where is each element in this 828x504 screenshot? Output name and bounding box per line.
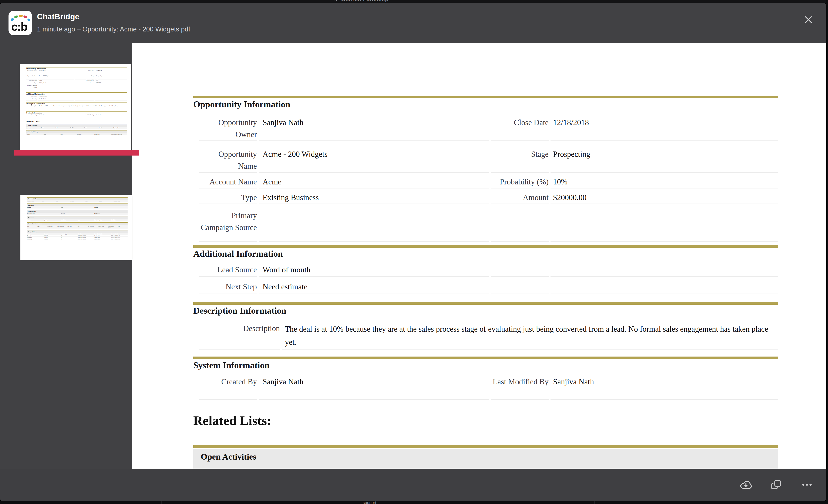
mini-column-header: Primary — [70, 200, 84, 202]
search-text: Search zdevelop — [341, 0, 388, 3]
background-app-right-edge — [826, 0, 828, 504]
mini-column-header: Last Modified Date/Time — [110, 133, 127, 135]
mini-column-header: Last Modified By — [94, 233, 111, 235]
field-value — [550, 259, 778, 277]
mini-label: Lead Source — [26, 95, 37, 98]
mini-field-row: Opportunity NameAcme - 200 WidgetsStageP… — [26, 75, 127, 80]
field-label: Account Name — [199, 173, 257, 188]
mini-label — [75, 85, 94, 91]
mini-label — [75, 95, 94, 98]
field-label: Amount — [491, 188, 549, 204]
field-label — [491, 259, 549, 277]
mini-field-row: Lead SourceWord of mouth — [26, 95, 127, 98]
field-label: Opportunity Name — [199, 141, 257, 173]
field-value: Existing Business — [259, 188, 489, 204]
mini-value: $20000.00 — [95, 82, 127, 85]
field-value: Acme — [259, 173, 489, 188]
mini-column-header: File Type — [67, 225, 77, 229]
field-value — [259, 204, 489, 242]
mini-label: Created By — [26, 114, 37, 117]
mini-value: Sanjiva Nath — [38, 70, 74, 75]
field-label: Primary Campaign Source — [199, 204, 257, 242]
mini-column-header: Due Date — [77, 133, 93, 135]
chatbridge-logo-icon: c:b — [8, 11, 32, 35]
field-value: Prospecting — [550, 141, 778, 173]
close-button[interactable] — [800, 12, 817, 28]
field-value: 12/18/2018 — [550, 109, 778, 141]
field-label: Description — [199, 316, 280, 350]
mini-column-header: Line Description — [94, 219, 111, 221]
section-4: System InformationCreated BySanjiva Nath… — [193, 357, 778, 359]
mini-section-title: Additional Information — [26, 93, 127, 95]
mini-field-row: DescriptionThe deal is at 10% because th… — [26, 105, 127, 110]
mini-label: Account Name — [26, 80, 37, 82]
mini-label: Probability (%) — [75, 80, 94, 82]
mini-cell: 10 — [60, 235, 77, 237]
mini-column-header: Task — [55, 127, 70, 129]
file-preview-modal: c:b ChatBridge 1 minute ago – Opportunit… — [0, 3, 826, 501]
mini-cell: 10 — [60, 238, 77, 240]
mini-list-title: Partners — [27, 204, 128, 207]
mini-value — [38, 85, 74, 91]
mini-list-columns: SubjectNameTaskDue DateStatusPriorityAss… — [26, 127, 127, 129]
mini-cell: 2020-11-01 02:56:35 — [111, 238, 128, 240]
mini-column-header: Probability (%) — [60, 233, 77, 235]
mini-section-title: System Information — [26, 111, 127, 114]
mini-value: 12/18/2018 — [95, 70, 127, 75]
copy-icon — [770, 478, 782, 491]
field-value: Sanjiva Nath — [550, 370, 778, 400]
section-3: Description InformationDescriptionThe de… — [193, 302, 778, 305]
mini-column-header: Size — [77, 225, 87, 229]
more-options-button[interactable] — [800, 478, 814, 492]
mini-section-title: Description Information — [26, 103, 127, 105]
mini-cell: 20000.00 — [44, 238, 60, 240]
download-button[interactable] — [739, 478, 753, 492]
mini-column-header: Type — [37, 225, 47, 229]
mini-label: Opportunity Owner — [26, 70, 37, 75]
field-label: Last Modified By — [491, 370, 549, 400]
mini-column-header: Date — [77, 219, 94, 221]
document-page-view[interactable]: Related Lists: Open Activities Opportuni… — [132, 43, 826, 471]
field-label: Lead Source — [199, 259, 257, 277]
mini-related-heading: Related Lists: — [26, 120, 127, 123]
mini-list-title: Competitors — [27, 210, 128, 213]
section-title: System Information — [193, 360, 270, 370]
mini-field-row: Account NameAcmeProbability (%)10% — [26, 80, 127, 82]
field-value: 10% — [550, 173, 778, 188]
section-1: Opportunity InformationOpportunity Owner… — [193, 96, 778, 98]
mini-cell: 20000.00 — [44, 237, 60, 238]
mini-list-columns: SubjectNameTaskDue DateAssigned ToLast M… — [26, 133, 127, 135]
field-label — [491, 277, 549, 293]
mini-value: Word of mouth — [38, 95, 74, 98]
mini-value: Sanjiva Nath — [95, 114, 127, 117]
search-bar[interactable]: Search zdevelop — [332, 0, 388, 3]
mini-field-row: TypeExisting BusinessAmount$20000.00 — [26, 82, 127, 85]
mini-column-header: Primary — [94, 207, 128, 209]
mini-field-row: Primary Campaign Source — [26, 85, 127, 91]
mini-cell: 2018-09-06 00:00:00 — [77, 235, 94, 237]
section-2: Additional InformationLead SourceWord of… — [193, 245, 778, 248]
mini-list-row: Prospecting20000.00102018-10-06 00:00:00… — [27, 238, 128, 240]
mini-value: Sanjiva Nath — [38, 114, 74, 117]
field-label — [491, 204, 549, 242]
logo-text: c:b — [11, 20, 27, 33]
mini-list-title: Products — [27, 217, 128, 219]
thumbnail-1-content: Opportunity InformationOpportunity Owner… — [20, 64, 131, 136]
gold-section-bar — [193, 245, 778, 248]
mini-column-header: Close Date — [77, 233, 94, 235]
mini-cell: 2018-10-06 00:00:00 — [77, 238, 94, 240]
background-app-top-bar: Search zdevelop — [0, 0, 828, 3]
related-lists-heading: Related Lists: — [193, 413, 271, 428]
thumbnail-page-1[interactable]: Opportunity InformationOpportunity Owner… — [20, 64, 131, 150]
mini-column-header: Competitor Name — [27, 213, 60, 215]
mini-label: Description — [26, 105, 37, 110]
mini-column-header: Product — [27, 219, 44, 221]
thumbnail-page-2[interactable]: Contact RolesContact NameRoleTitlePrimar… — [20, 195, 132, 260]
copy-button[interactable] — [769, 478, 783, 492]
mini-column-header: Role — [60, 207, 94, 209]
mini-list-row: Prospecting20000.00102018-10-06 00:00:00… — [27, 237, 128, 238]
mini-cell: Prospecting — [27, 235, 44, 237]
mini-column-header: Status — [84, 127, 98, 129]
mini-column-header: Quantity — [44, 219, 60, 221]
mini-list-columns: TitleTypeCreated ByLast ModifiedFile Typ… — [27, 225, 128, 229]
